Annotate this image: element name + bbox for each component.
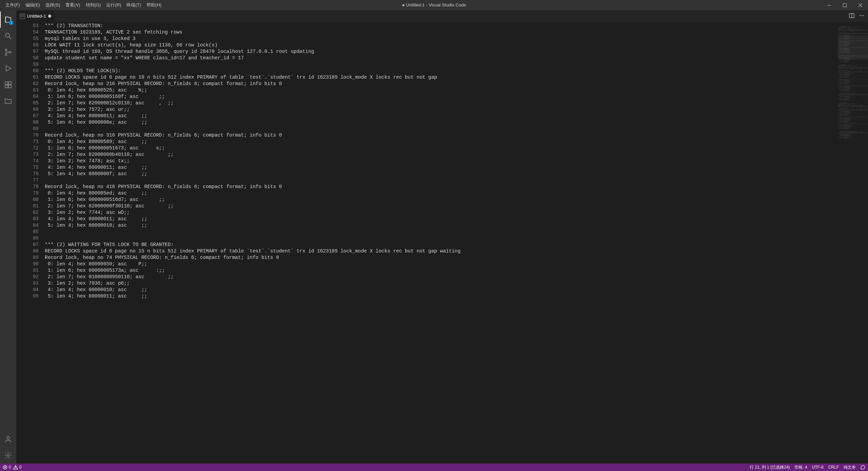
line-number: 93	[16, 280, 39, 287]
account-icon[interactable]	[0, 431, 16, 447]
line-number: 85	[16, 229, 39, 235]
code-line[interactable]: MySQL thread id 169, OS thread handle 38…	[45, 48, 837, 55]
code-line[interactable]: Record lock, heap no 416 PHYSICAL RECORD…	[45, 184, 837, 190]
code-line[interactable]: Record lock, heap no 316 PHYSICAL RECORD…	[45, 132, 837, 139]
minimap[interactable]: *** (2) TRANSACTION: TRANSACTION 1623189…	[837, 22, 868, 464]
code-line[interactable]: *** (2) TRANSACTION:	[45, 23, 837, 29]
code-line[interactable]: mysql tables in use 3, locked 3	[45, 36, 837, 42]
minimize-button[interactable]	[821, 0, 837, 10]
app-root: 文件(F)编辑(E)选择(S)查看(V)转到(G)运行(R)终端(T)帮助(H)…	[0, 0, 868, 471]
code-line[interactable]: 5: len 4; hex 80000011; asc ;;	[45, 293, 837, 300]
code-content[interactable]: *** (2) TRANSACTION:TRANSACTION 1623189,…	[45, 23, 837, 464]
svg-rect-8	[5, 85, 8, 88]
menu-item-1[interactable]: 编辑(E)	[23, 0, 43, 10]
text-editor[interactable]: 5354555657585960616263646566676869707172…	[16, 22, 837, 464]
code-line[interactable]: 2: len 7; hex 82000000f30110; asc ;;	[45, 203, 837, 209]
line-number: 69	[16, 126, 39, 132]
code-line[interactable]: RECORD LOCKS space id 6 page no 10 n bit…	[45, 74, 837, 81]
code-line[interactable]	[45, 229, 837, 235]
code-line[interactable]: LOCK WAIT 11 lock struct(s), heap size 1…	[45, 42, 837, 48]
code-line[interactable]: 3: len 2; hex 7744; asc wD;;	[45, 209, 837, 216]
code-line[interactable]: 5: len 4; hex 8000000e; asc ;;	[45, 119, 837, 126]
folder-icon[interactable]	[0, 93, 16, 109]
status-language-mode[interactable]: 纯文本	[844, 465, 856, 470]
more-actions-icon[interactable]	[859, 13, 865, 19]
line-number: 89	[16, 254, 39, 261]
status-encoding[interactable]: UTF-8	[812, 465, 824, 470]
tab-untitled-1[interactable]: Untitled-1	[16, 10, 55, 22]
code-line[interactable]: 3: len 2; hex 7036; asc p6;;	[45, 280, 837, 287]
code-line[interactable]: 0: len 4; hex 800005ed; asc ;;	[45, 190, 837, 197]
code-line[interactable]: 5: len 4; hex 80000010; asc ;;	[45, 222, 837, 229]
menu-item-6[interactable]: 终端(T)	[124, 0, 144, 10]
code-line[interactable]: 5: len 4; hex 8000000f; asc ;;	[45, 171, 837, 177]
code-line[interactable]	[45, 61, 837, 68]
code-line[interactable]: 3: len 2; hex 7478; asc tx;;	[45, 158, 837, 164]
status-indentation[interactable]: 空格: 4	[794, 465, 807, 470]
status-eol[interactable]: CRLF	[828, 465, 839, 470]
code-line[interactable]: 4: len 4; hex 80000010; asc ;;	[45, 287, 837, 293]
code-line[interactable]: 4: len 4; hex 80000011; asc ;;	[45, 216, 837, 222]
svg-rect-0	[827, 5, 831, 5]
menu-item-2[interactable]: 选择(S)	[43, 0, 63, 10]
svg-point-16	[863, 15, 864, 16]
code-line[interactable]: Record lock, heap no 216 PHYSICAL RECORD…	[45, 81, 837, 87]
code-line[interactable]: 2: len 7; hex 82000000b40110; asc ;;	[45, 151, 837, 158]
source-control-icon[interactable]	[0, 44, 16, 60]
extensions-icon[interactable]	[0, 77, 16, 93]
code-line[interactable]: TRANSACTION 1623189, ACTIVE 2 sec fetchi…	[45, 29, 837, 36]
code-line[interactable]	[45, 126, 837, 132]
code-line[interactable]	[45, 177, 837, 184]
minimap-viewport[interactable]	[838, 36, 868, 59]
status-errors[interactable]: 0	[3, 465, 11, 470]
code-line[interactable]: Record lock, heap no 74 PHYSICAL RECORD:…	[45, 254, 837, 261]
code-line[interactable]: RECORD LOCKS space id 6 page no 15 n bit…	[45, 248, 837, 254]
code-line[interactable]: *** (2) HOLDS THE LOCK(S):	[45, 68, 837, 74]
code-line[interactable]: 4: len 4; hex 80000011; asc ;;	[45, 164, 837, 171]
code-line[interactable]: 2: len 7; hex 820000012c0110; asc , ;;	[45, 100, 837, 106]
svg-rect-6	[5, 82, 8, 84]
code-line[interactable]: 1: len 6; hex 0000000516d7; asc ;;	[45, 197, 837, 203]
maximize-button[interactable]	[837, 0, 852, 10]
code-line[interactable]: 4: len 4; hex 80000011; asc ;;	[45, 113, 837, 119]
svg-rect-9	[8, 85, 11, 88]
line-number: 79	[16, 190, 39, 197]
run-debug-icon[interactable]	[0, 60, 16, 77]
line-number: 71	[16, 139, 39, 145]
menu-item-4[interactable]: 转到(G)	[83, 0, 104, 10]
svg-point-15	[862, 15, 863, 16]
line-number: 72	[16, 145, 39, 151]
svg-point-3	[5, 49, 7, 51]
code-line[interactable]: 1: len 6; hex 000000051673; asc s;;	[45, 145, 837, 151]
status-bar: 0 0 行 21, 列 1 (已选择24) 空格: 4 UTF-8 CRLF 纯…	[0, 464, 868, 471]
code-line[interactable]: *** (2) WAITING FOR THIS LOCK TO BE GRAN…	[45, 242, 837, 248]
line-number: 81	[16, 203, 39, 209]
menu-item-0[interactable]: 文件(F)	[3, 0, 23, 10]
svg-point-14	[860, 15, 861, 16]
code-line[interactable]: 3: len 2; hex 7572; asc ur;;	[45, 106, 837, 113]
line-number: 61	[16, 74, 39, 81]
editor-wrapper: 5354555657585960616263646566676869707172…	[16, 22, 868, 464]
code-line[interactable]: update student set name = "xx" WHERE cla…	[45, 55, 837, 61]
code-line[interactable]: 0: len 4; hex 80000589; asc ;;	[45, 139, 837, 145]
status-feedback-icon[interactable]	[861, 465, 865, 470]
status-warnings[interactable]: 0	[13, 465, 22, 470]
menu-item-7[interactable]: 帮助(H)	[144, 0, 164, 10]
search-icon[interactable]	[0, 28, 16, 44]
line-number: 66	[16, 106, 39, 113]
code-line[interactable]: 1: len 6; hex 00000005173a; asc :;;	[45, 267, 837, 274]
settings-icon[interactable]	[0, 447, 16, 464]
menu-item-3[interactable]: 查看(V)	[63, 0, 83, 10]
menu-item-5[interactable]: 运行(R)	[103, 0, 124, 10]
code-line[interactable]	[45, 235, 837, 242]
explorer-icon[interactable]: 1	[0, 12, 16, 28]
status-cursor-position[interactable]: 行 21, 列 1 (已选择24)	[750, 465, 790, 470]
split-editor-icon[interactable]	[849, 13, 854, 19]
line-number: 80	[16, 197, 39, 203]
code-line[interactable]: 2: len 7; hex 81000000950110; asc ;;	[45, 274, 837, 280]
close-button[interactable]	[852, 0, 868, 10]
code-line[interactable]: 0: len 4; hex 80000650; asc P;;	[45, 261, 837, 267]
code-line[interactable]: 1: len 6; hex 00000005160f; asc ;;	[45, 94, 837, 100]
code-line[interactable]: 0: len 4; hex 80000525; asc %;;	[45, 87, 837, 94]
line-number: 55	[16, 36, 39, 42]
